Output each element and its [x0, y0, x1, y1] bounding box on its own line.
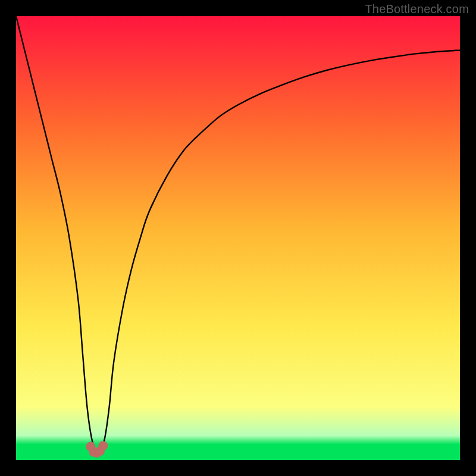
gradient-background — [16, 16, 460, 460]
plot-area — [16, 16, 460, 460]
min-marker-dot — [98, 441, 108, 450]
bottleneck-chart — [16, 16, 460, 460]
watermark-text: TheBottleneck.com — [365, 2, 469, 16]
outer-frame: TheBottleneck.com — [0, 0, 476, 476]
